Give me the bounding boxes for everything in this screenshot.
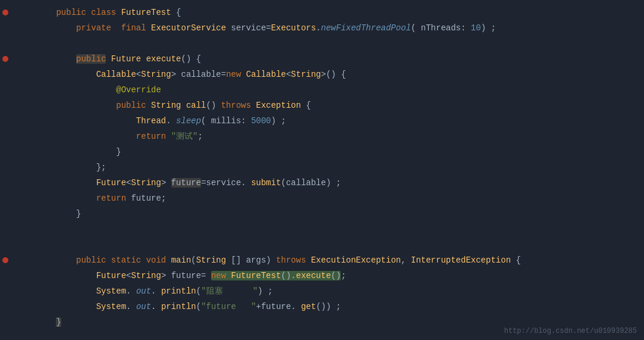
method-newfixed: newFixedThreadPool bbox=[321, 23, 411, 33]
paren1: ( bbox=[411, 23, 421, 33]
breakpoint-1 bbox=[2, 10, 8, 15]
code-line-14: } bbox=[0, 206, 644, 222]
dot1: . bbox=[316, 23, 321, 33]
param-nthreads: nThreads: bbox=[421, 23, 471, 33]
indent-2 bbox=[56, 23, 76, 33]
kw-private: private bbox=[76, 23, 111, 33]
type-executor: ExecutorService bbox=[151, 23, 231, 33]
kw-final: final bbox=[121, 23, 151, 33]
code-line-2: private final ExecutorService service=Ex… bbox=[0, 20, 644, 36]
breakpoint-17 bbox=[2, 257, 8, 263]
end-stmt1: ) ; bbox=[481, 23, 496, 33]
close-highlight: } bbox=[56, 317, 61, 327]
line-content-14: } bbox=[19, 191, 634, 237]
num-10: 10 bbox=[471, 23, 481, 33]
code-editor: public class FutureTest { private final … bbox=[0, 0, 644, 340]
indent-14 bbox=[56, 209, 76, 219]
class-executors: Executors bbox=[271, 23, 316, 33]
watermark: http://blog.csdn.net/u010939285 bbox=[504, 327, 637, 335]
var-service: service= bbox=[231, 23, 271, 33]
brace-close3: } bbox=[76, 209, 81, 219]
space bbox=[111, 23, 121, 33]
breakpoint-4 bbox=[2, 56, 8, 62]
brace-close4: } bbox=[56, 317, 61, 327]
